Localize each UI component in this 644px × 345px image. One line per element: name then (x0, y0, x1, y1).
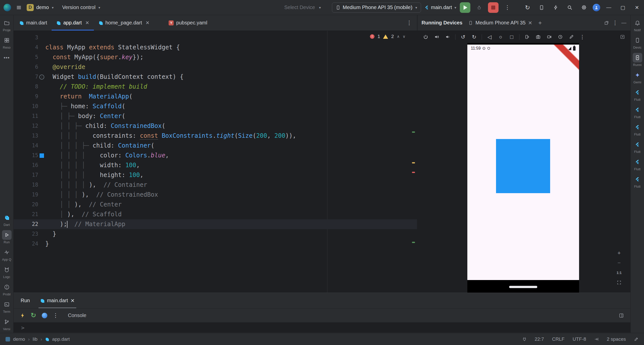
float-window-icon[interactable] (604, 21, 609, 25)
scrollbar-mark-warning[interactable] (412, 162, 415, 163)
close-icon[interactable]: ✕ (528, 20, 532, 26)
sidebar-item-app-quality-insights[interactable]: App Q (2, 248, 12, 261)
code-line[interactable]: 10 ├─ home: Scaffold( (14, 101, 417, 111)
code-line[interactable]: 20 │ │ ), // Center (14, 200, 417, 210)
window-close-button[interactable]: ✕ (630, 0, 644, 15)
sidebar-item-gemini[interactable]: Gemi (633, 70, 642, 84)
sidebar-item-run[interactable]: Run (2, 230, 12, 244)
debug-button[interactable] (474, 2, 484, 13)
code-line[interactable]: 17 │ │ │ │ height: 100, (14, 170, 417, 180)
sidebar-item-resource-manager[interactable]: Reso (2, 36, 12, 49)
override-gutter-icon[interactable]: ↑ (38, 72, 45, 82)
code-editor[interactable]: 34class MyApp extends StatelessWidget {5… (14, 31, 417, 293)
sidebar-item-version-control[interactable]: Versi (2, 317, 12, 331)
sidebar-item-dart-analysis[interactable]: Dart (2, 213, 12, 227)
stop-button[interactable] (488, 2, 499, 13)
device-screen[interactable]: 11:59 3G (467, 45, 579, 280)
zoom-fit-button[interactable] (615, 278, 623, 287)
close-icon[interactable]: ✕ (145, 20, 149, 26)
pencil-icon[interactable] (634, 337, 638, 341)
devtools-button[interactable] (42, 313, 47, 318)
volume-up-button[interactable] (432, 32, 441, 42)
code-line[interactable]: 19 │ │ │ ), // ConstrainedBox (14, 190, 417, 200)
hot-reload-button[interactable] (20, 313, 25, 318)
snapshots-button[interactable] (556, 32, 565, 42)
sidebar-item-flutter-tool-4[interactable]: Flutt (633, 140, 642, 154)
close-icon[interactable]: ✕ (85, 20, 89, 26)
code-line[interactable]: 15 │ │ │ │ color: Colors.blue, (14, 151, 417, 160)
code-line[interactable]: 22 ); // MaterialApp (14, 219, 417, 229)
code-line[interactable]: 16 │ │ │ │ width: 100, (14, 160, 417, 170)
close-icon[interactable]: ✕ (70, 298, 75, 304)
panel-options-kebab[interactable]: ⋮ (612, 20, 618, 26)
run-button[interactable] (460, 2, 470, 13)
zoom-reset-button[interactable]: 1:1 (615, 268, 623, 277)
project-selector[interactable]: demo (36, 5, 49, 10)
sidebar-item-running-devices[interactable]: Runni (633, 53, 642, 67)
zoom-out-button[interactable]: − (615, 259, 623, 267)
sidebar-item-device-manager[interactable]: Devic (633, 36, 642, 49)
search-everywhere-button[interactable] (564, 2, 575, 13)
indent-indicator[interactable]: 2 spaces (607, 336, 626, 342)
sync-button[interactable]: ↻ (522, 2, 533, 13)
console-tab[interactable]: Console (68, 313, 86, 318)
scrollbar-mark-green[interactable] (412, 242, 415, 243)
breadcrumb-folder[interactable]: lib (33, 336, 37, 342)
breadcrumb-file[interactable]: app.dart (52, 336, 70, 342)
code-line[interactable]: 3 (14, 33, 417, 43)
code-line[interactable]: 4class MyApp extends StatelessWidget { (14, 43, 417, 52)
device-tab[interactable]: Medium Phone API 35 ✕ (467, 20, 534, 26)
overview-button[interactable]: □ (507, 32, 516, 42)
run-options-kebab[interactable]: ⋮ (502, 2, 513, 13)
window-minimize-button[interactable]: — (602, 0, 616, 15)
cursor-position[interactable]: 22:7 (535, 336, 544, 342)
sidebar-item-flutter-tool-5[interactable]: Flutt (633, 157, 642, 171)
volume-down-button[interactable] (443, 32, 452, 42)
sidebar-item-notifications[interactable]: Notif (633, 18, 642, 32)
code-line[interactable]: 13 │ │ │ constraints: const BoxConstrain… (14, 131, 417, 141)
panel-layout-button[interactable] (619, 313, 624, 318)
code-line[interactable]: 9 return MaterialApp( (14, 92, 417, 101)
code-line[interactable]: 14 │ │ │ ├─ child: Container( (14, 141, 417, 151)
hot-restart-button[interactable]: ↻ (31, 312, 36, 319)
console-output[interactable]: > (14, 323, 630, 333)
run-tab-main-dart[interactable]: main.dart ✕ (39, 293, 76, 308)
home-button[interactable]: ○ (496, 32, 505, 42)
sidebar-item-flutter-tool-3[interactable]: Flutt (633, 122, 642, 136)
rotate-right-button[interactable]: ↻ (470, 32, 479, 42)
tab-home-page-dart[interactable]: home_page.dart ✕ (94, 15, 154, 30)
code-line[interactable]: 12 │ │ ├─ child: ConstrainedBox( (14, 121, 417, 131)
device-manager-button[interactable] (536, 2, 547, 13)
device-options-kebab[interactable]: ⋮ (578, 32, 587, 42)
main-menu-button[interactable] (14, 2, 24, 13)
device-selector-combo[interactable]: Medium Phone API 35 (mobile) ▾ (332, 3, 421, 13)
run-config-selector[interactable]: main.dart ▾ (425, 5, 456, 10)
sidebar-item-flutter-tool-1[interactable]: Flutt (633, 88, 642, 101)
color-preview-chip[interactable] (38, 151, 45, 160)
code-line[interactable]: 11 │ ├─ body: Center( (14, 111, 417, 121)
code-line[interactable]: 23 } (14, 229, 417, 239)
tab-options-kebab[interactable]: ⋮ (401, 15, 417, 30)
code-line[interactable]: 6 @override (14, 62, 417, 72)
next-issue-icon[interactable]: ∨ (403, 34, 405, 39)
sidebar-item-flutter-tool-6[interactable]: Flutt (633, 175, 642, 188)
hide-panel-button[interactable]: — (621, 20, 626, 26)
sidebar-item-problems[interactable]: Probl (2, 282, 12, 296)
scrollbar-mark-green[interactable] (412, 131, 415, 133)
inspection-widget[interactable]: ! 1 2 ∧ ∨ (368, 33, 407, 40)
sidebar-item-logcat[interactable]: Logc (2, 265, 12, 279)
sidebar-item-project[interactable]: Proje (2, 18, 12, 32)
window-maximize-button[interactable]: ▢ (616, 0, 630, 15)
tab-pubspec-yaml[interactable]: Y pubspec.yaml (164, 15, 212, 30)
zoom-in-button[interactable]: + (615, 249, 623, 257)
power-button[interactable] (421, 32, 430, 42)
tab-main-dart[interactable]: main.dart (15, 15, 52, 30)
version-control-menu[interactable]: Version control (62, 5, 95, 10)
screen-record-button[interactable] (545, 32, 554, 42)
run-more-kebab[interactable]: ⋮ (53, 312, 58, 319)
profiler-button[interactable] (550, 2, 561, 13)
code-line[interactable]: 7↑ Widget build(BuildContext context) { (14, 72, 417, 82)
code-line[interactable]: 5 const MyApp({super.key}); (14, 52, 417, 62)
screenshot-button[interactable] (534, 32, 543, 42)
code-line[interactable]: 24} (14, 239, 417, 249)
